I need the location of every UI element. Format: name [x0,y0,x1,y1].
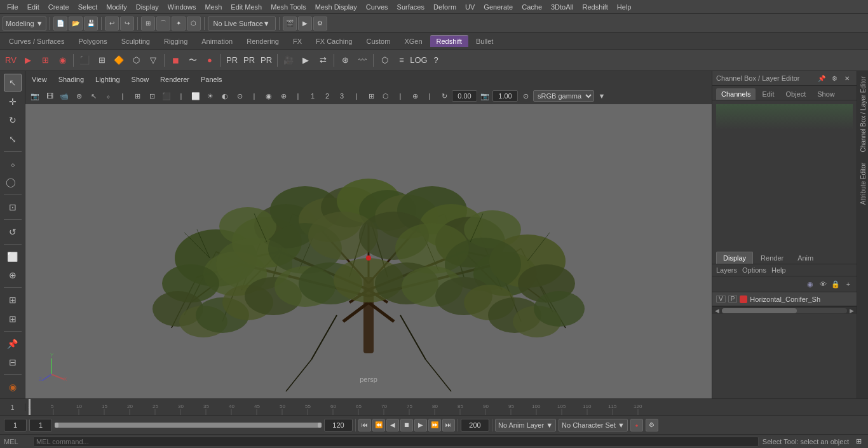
step-fwd-btn[interactable]: ⏩ [428,419,441,431]
rs-pr1-btn[interactable]: PR [224,52,240,69]
vp-menu-lighting[interactable]: Lighting [93,74,123,85]
vp-tex-icon[interactable]: ⬜ [189,90,203,102]
layer-visible-icon[interactable]: 👁 [817,278,829,290]
layer-color-icon[interactable]: ◉ [804,278,816,290]
vp-menu-renderer[interactable]: Renderer [158,74,192,85]
tab-rendering[interactable]: Rendering [240,36,285,47]
rs-wave-btn[interactable]: 〰 [354,52,370,69]
lasso-btn[interactable]: ⃝ [4,174,22,192]
dt-tab-anim[interactable]: Anim [791,252,820,264]
step-back-btn[interactable]: ⏪ [372,419,385,431]
stop-btn[interactable]: ⏹ [400,419,413,431]
no-anim-layer-dropdown[interactable]: No Anim Layer ▼ [495,419,556,431]
vp-circle-icon[interactable]: ⊙ [519,90,532,102]
rs-render2-btn[interactable]: ▶ [297,52,314,69]
menu-windows[interactable]: Windows [163,2,201,12]
vp-video-icon[interactable]: 📹 [57,90,71,102]
vp-menu-view[interactable]: View [29,74,50,85]
ch-tab-edit[interactable]: Edit [757,88,779,100]
rs-pr2-btn[interactable]: PR [241,52,257,69]
xray-btn[interactable]: ⊕ [4,267,22,285]
rs-help-btn[interactable]: ? [428,52,444,69]
menu-generate[interactable]: Generate [479,2,517,12]
tab-xgen[interactable]: XGen [398,36,428,47]
rs-sphere2-btn[interactable]: ● [201,52,218,69]
vp-gamma-select[interactable]: sRGB gamma Linear [533,90,594,102]
cone-icon-btn[interactable]: ▽ [145,52,161,69]
layer-add-icon[interactable]: + [843,278,854,290]
vp-gate-icon[interactable]: ⬡ [379,90,393,102]
layers-menu-options[interactable]: Options [742,266,766,274]
vp-light-icon[interactable]: ☀ [203,90,217,102]
grid2-btn[interactable]: ⊞ [4,291,22,309]
layers-menu-help[interactable]: Help [771,266,786,274]
redo-btn[interactable]: ↪ [120,17,134,31]
tab-fx[interactable]: FX [287,36,308,47]
menu-mesh[interactable]: Mesh [200,2,226,12]
vp-rot-icon[interactable]: ↻ [437,90,451,102]
menu-curves[interactable]: Curves [362,2,393,12]
edge-tab-attribute-editor[interactable]: Attribute Editor [857,158,868,210]
vp-grid3-icon[interactable]: ⊞ [130,90,144,102]
vp-snap2-icon[interactable]: ⊛ [72,90,86,102]
go-to-start-btn[interactable]: ⏮ [358,419,371,431]
undo-btn[interactable]: ↩ [105,17,119,31]
layers-menu-layers[interactable]: Layers [716,266,737,274]
select-tool-btn[interactable]: ↖ [4,74,22,92]
menu-mesh-tools[interactable]: Mesh Tools [266,2,310,12]
rs-log-btn[interactable]: LOG [410,52,427,69]
vp-shaded-icon[interactable]: ⬛ [159,90,173,102]
ch-tab-channels[interactable]: Channels [716,88,756,100]
new-scene-btn[interactable]: 📄 [53,17,67,31]
mode-dropdown[interactable]: Modeling ▼ [3,17,46,31]
mel-input[interactable] [33,437,759,447]
snap-point-btn[interactable]: ✦ [172,17,186,31]
menu-edit-mesh[interactable]: Edit Mesh [226,2,266,12]
menu-surfaces[interactable]: Surfaces [393,2,429,12]
edge-tab-channel-box[interactable]: Channel Box / Layer Editor [857,71,868,158]
vp-shadow-icon[interactable]: ◐ [218,90,232,102]
menu-create[interactable]: Create [44,2,74,12]
rv-icon-btn[interactable]: RV [3,52,19,69]
layer-lock-icon[interactable]: 🔒 [830,278,841,290]
vp-camera2-icon[interactable]: 📷 [478,90,492,102]
snap-curve-btn[interactable]: ⌒ [156,17,170,31]
rs-mat1-btn[interactable]: ⬡ [376,52,393,69]
auto-key-btn[interactable]: ⬥ [630,419,643,431]
vp-isolate-icon[interactable]: ◉ [262,90,276,102]
move-tool-btn[interactable]: ✛ [4,93,22,111]
rs-pot-btn[interactable]: ⊛ [337,52,353,69]
rs-sphere-btn[interactable]: ◉ [4,378,22,396]
tab-curves-surfaces[interactable]: Curves / Surfaces [3,36,71,47]
menu-modify[interactable]: Modify [102,2,131,12]
viewport-content[interactable]: Y Z X persp [25,71,712,398]
render-view-btn[interactable]: 🎬 [283,17,297,31]
rs-pr3-btn[interactable]: PR [258,52,275,69]
rs-cube-btn[interactable]: ◼ [167,52,184,69]
rs-mat2-btn[interactable]: ≡ [393,52,410,69]
snap-btn[interactable]: ⊡ [4,198,22,216]
cube-icon-btn[interactable]: ⬛ [76,52,93,69]
open-btn[interactable]: 📂 [69,17,83,31]
current-frame[interactable] [29,419,52,431]
ch-tab-show[interactable]: Show [812,88,840,100]
scroll-left-arrow[interactable]: ◀ [714,308,721,314]
layer2-btn[interactable]: ⊟ [4,353,22,371]
ipr3-icon-btn[interactable]: ⊞ [37,52,53,69]
scale-tool-btn[interactable]: ⤡ [4,130,22,148]
menu-cache[interactable]: Cache [517,2,546,12]
anim-start-frame[interactable] [4,419,27,431]
render-settings-btn[interactable]: ⚙ [313,17,327,31]
menu-deform[interactable]: Deform [429,2,461,12]
tab-rigging[interactable]: Rigging [158,36,194,47]
vp-res2-icon[interactable]: 2 [320,90,334,102]
vp-ao-icon[interactable]: ⊙ [233,90,247,102]
grid-icon-btn[interactable]: ⊞ [93,52,110,69]
pin-icon[interactable]: 📌 [816,72,827,84]
menu-uv[interactable]: UV [461,2,479,12]
sphere-icon-btn[interactable]: 🔶 [111,52,127,69]
ipr-btn[interactable]: ▶ [298,17,312,31]
vp-focal-val[interactable] [492,90,518,102]
tab-animation[interactable]: Animation [195,36,239,47]
rotate2-btn[interactable]: ↺ [4,223,22,241]
